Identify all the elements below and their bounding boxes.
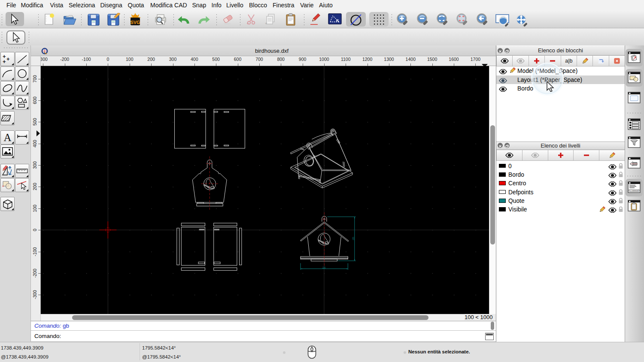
svg-text:c_ command: c_ command [630, 190, 638, 192]
svg-text:SVG: SVG [130, 20, 140, 25]
svg-text:+: + [265, 21, 267, 26]
svg-text:+: + [246, 21, 249, 26]
svg-text:+: + [3, 58, 6, 65]
svg-text:+: + [6, 56, 10, 62]
svg-text:235: 235 [352, 237, 355, 240]
svg-text:A: A [3, 132, 11, 143]
svg-text:220: 220 [322, 267, 326, 269]
